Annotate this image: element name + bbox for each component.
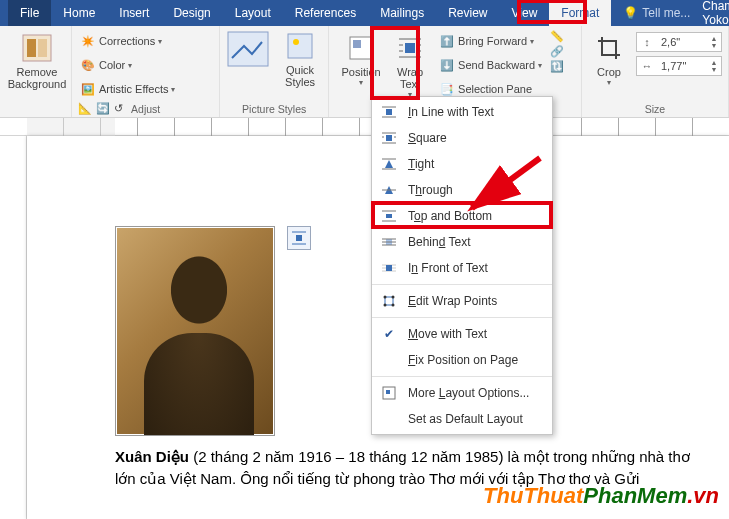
wrap-square-label: Square [408,131,447,145]
wrap-square[interactable]: Square [372,125,552,151]
wrap-infront-icon [380,259,398,277]
bring-forward-label: Bring Forward [458,35,527,47]
wrap-infront[interactable]: In Front of Text [372,255,552,281]
tab-mailings[interactable]: Mailings [368,0,436,26]
artistic-label: Artistic Effects [99,83,168,95]
tell-me-label: Tell me... [642,0,690,26]
wrap-through-label: Through [408,183,453,197]
group-picture-styles: Quick Styles Picture Styles [220,26,329,117]
set-default-layout[interactable]: Set as Default Layout [372,406,552,432]
send-backward-label: Send Backward [458,59,535,71]
group-adjust: ✴️ Corrections ▾ 🎨 Color ▾ 🖼️ Artistic E… [72,26,220,117]
selection-pane-label: Selection Pane [458,83,532,95]
wrap-text-icon [394,32,426,64]
horizontal-ruler[interactable] [0,118,729,136]
position-label: Position [341,66,380,78]
blank-icon [380,410,398,428]
move-with-text[interactable]: ✔Move with Text [372,321,552,347]
body-text[interactable]: Xuân Diệu (2 tháng 2 năm 1916 – 18 tháng… [115,446,709,490]
tab-format[interactable]: Format [549,0,611,26]
height-icon: ↕ [637,36,657,48]
tab-home[interactable]: Home [51,0,107,26]
wrap-infront-label: In Front of Text [408,261,488,275]
more-options-icon [380,384,398,402]
height-value: 2,6" [657,36,707,48]
chevron-down-icon: ▾ [538,61,542,70]
color-label: Color [99,59,125,71]
position-icon [345,32,377,64]
chevron-down-icon: ▾ [171,85,175,94]
wrap-inline[interactable]: In Line with Text [372,99,552,125]
tab-insert[interactable]: Insert [107,0,161,26]
ribbon: Remove Background ✴️ Corrections ▾ 🎨 Col… [0,26,729,118]
quick-styles-button[interactable]: Quick Styles [276,28,324,88]
width-input[interactable]: ↔ 1,77" ▲▼ [636,56,722,76]
svg-point-5 [293,39,299,45]
svg-rect-2 [38,39,47,57]
send-backward-button[interactable]: ⬇️ Send Backward ▾ [437,54,544,76]
quick-styles-label: Quick Styles [285,64,315,88]
wrap-behind-label: Behind Text [408,235,471,249]
anchor-icon[interactable] [287,226,311,250]
menu-separator [372,284,552,285]
more-layout-options[interactable]: More Layout Options... [372,380,552,406]
fix-position-label: Fix Position on Page [408,353,518,367]
inserted-picture[interactable] [115,226,275,436]
bold-name: Xuân Diệu [115,448,189,465]
svg-point-43 [384,296,387,299]
wrap-topbottom-label: Top and Bottom [408,209,492,223]
remove-bg-label: Remove Background [8,66,67,90]
style-thumb-1[interactable] [226,30,270,68]
send-backward-icon: ⬇️ [439,57,455,73]
fix-position[interactable]: Fix Position on Page [372,347,552,373]
tab-view[interactable]: View [500,0,550,26]
bring-forward-icon: ⬆️ [439,33,455,49]
remove-background-button[interactable]: Remove Background [6,30,68,90]
wrap-tight-icon [380,155,398,173]
edit-points-label: Edit Wrap Points [408,294,497,308]
tab-file[interactable]: File [8,0,51,26]
svg-rect-4 [288,34,312,58]
bring-forward-button[interactable]: ⬆️ Bring Forward ▾ [437,30,544,52]
svg-rect-42 [385,297,393,305]
color-icon: 🎨 [80,57,96,73]
align-icon[interactable]: 📏 [550,30,564,43]
color-button[interactable]: 🎨 Color ▾ [78,54,213,76]
wrap-text-button[interactable]: Wrap Text ▾ [387,30,433,100]
tell-me[interactable]: 💡 Tell me... [611,0,702,26]
wrap-tight[interactable]: Tight [372,151,552,177]
edit-wrap-points[interactable]: Edit Wrap Points [372,288,552,314]
corrections-label: Corrections [99,35,155,47]
tab-layout[interactable]: Layout [223,0,283,26]
rotate-icon[interactable]: 🔃 [550,60,564,73]
tab-review[interactable]: Review [436,0,499,26]
tab-design[interactable]: Design [161,0,222,26]
wrap-topbottom-icon [380,207,398,225]
wrap-square-icon [380,129,398,147]
spinner-arrows[interactable]: ▲▼ [707,35,721,49]
height-input[interactable]: ↕ 2,6" ▲▼ [636,32,722,52]
group-icon[interactable]: 🔗 [550,45,564,58]
svg-marker-26 [385,160,393,168]
artistic-effects-button[interactable]: 🖼️ Artistic Effects ▾ [78,78,213,100]
user-name[interactable]: Cham Yoko [702,0,729,27]
more-layout-label: More Layout Options... [408,386,529,400]
paragraph-text: (2 tháng 2 năm 1916 – 18 tháng 12 năm 19… [115,448,690,487]
vertical-ruler[interactable] [0,136,27,519]
width-value: 1,77" [657,60,707,72]
position-button[interactable]: Position ▾ [335,30,387,100]
wrap-tight-label: Tight [408,157,434,171]
corrections-button[interactable]: ✴️ Corrections ▾ [78,30,213,52]
wrap-through[interactable]: Through [372,177,552,203]
spinner-arrows[interactable]: ▲▼ [707,59,721,73]
crop-label: Crop [597,66,621,78]
svg-rect-21 [386,135,392,141]
wrap-inline-icon [380,103,398,121]
group-label-adjust: Adjust [72,103,219,115]
wrap-top-bottom[interactable]: Top and Bottom [372,203,552,229]
move-with-text-label: Move with Text [408,327,487,341]
tab-references[interactable]: References [283,0,368,26]
crop-button[interactable]: Crop ▾ [588,30,630,87]
svg-point-45 [384,304,387,307]
wrap-behind[interactable]: Behind Text [372,229,552,255]
